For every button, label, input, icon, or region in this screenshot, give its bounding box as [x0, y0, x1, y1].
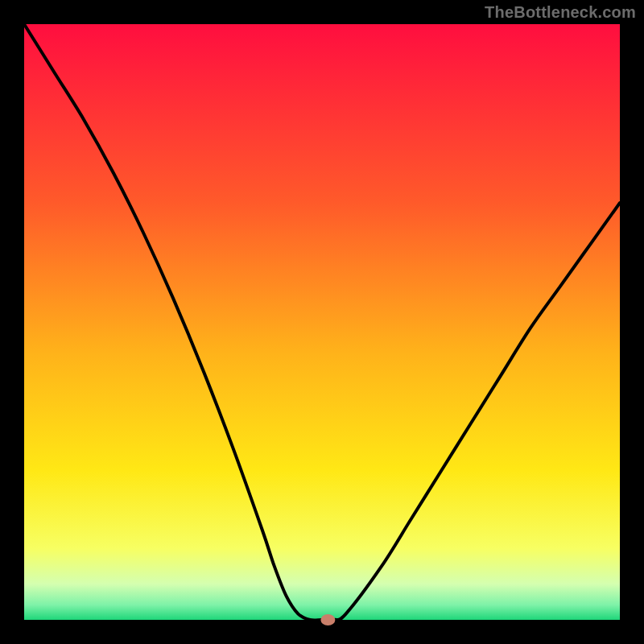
chart-container: TheBottleneck.com — [0, 0, 644, 644]
optimum-marker — [320, 614, 335, 625]
plot-background — [24, 24, 620, 620]
bottleneck-curve-plot — [0, 0, 644, 644]
attribution-text: TheBottleneck.com — [485, 3, 636, 22]
